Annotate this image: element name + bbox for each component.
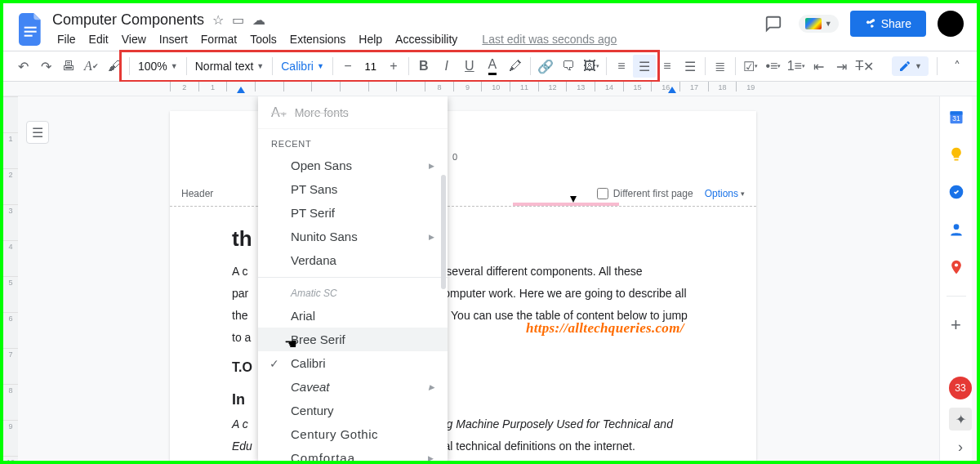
tasks-icon[interactable]	[947, 183, 965, 201]
insert-image-button[interactable]: 🖼▾	[580, 55, 603, 78]
meet-button[interactable]: ▼	[799, 15, 839, 33]
decrease-indent-button[interactable]: ⇤	[808, 55, 831, 78]
increase-font-button[interactable]: +	[382, 55, 405, 78]
font-item-open-sans[interactable]: Open Sans▶	[258, 154, 448, 177]
chevron-down-icon: ▼	[825, 20, 832, 28]
font-item-caveat[interactable]: Caveat▶	[258, 375, 448, 399]
insert-link-button[interactable]: 🔗	[534, 55, 557, 78]
menu-view[interactable]: View	[117, 31, 151, 47]
menu-accessibility[interactable]: Accessibility	[390, 31, 462, 47]
toolbar: ↶ ↷ 🖶 A✔ 🖌 100%▼ Normal text▼ Calibri▼ −…	[3, 51, 977, 82]
align-justify-button[interactable]: ☰	[679, 55, 702, 78]
font-item-pt-serif[interactable]: PT Serif	[258, 201, 448, 225]
svg-rect-2	[24, 35, 33, 37]
svg-point-8	[954, 263, 957, 266]
svg-text:31: 31	[952, 114, 960, 123]
explore-button[interactable]: ✦	[949, 408, 972, 431]
collapse-toolbar-button[interactable]: ˄	[946, 55, 969, 78]
menu-format[interactable]: Format	[196, 31, 242, 47]
menu-edit[interactable]: Edit	[84, 31, 114, 47]
zoom-select[interactable]: 100%▼	[133, 56, 183, 76]
editing-mode-button[interactable]: ▼	[892, 56, 929, 76]
document-canvas: 1 2 3 4 5 6 7 8 9 10 ☰ 0 Header Differen…	[3, 96, 977, 461]
menu-insert[interactable]: Insert	[154, 31, 193, 47]
font-item-comfortaa[interactable]: Comfortaa▶	[258, 446, 448, 461]
font-size-control: − 11 +	[336, 55, 405, 78]
header-options-button[interactable]: Options ▾	[705, 188, 745, 199]
comment-history-icon[interactable]	[760, 10, 787, 38]
cloud-status-icon[interactable]: ☁	[252, 12, 265, 28]
dropdown-scrollbar[interactable]	[441, 175, 446, 289]
align-right-button[interactable]: ≡	[656, 55, 679, 78]
account-avatar[interactable]	[938, 11, 964, 37]
menu-help[interactable]: Help	[354, 31, 387, 47]
share-label: Share	[881, 17, 911, 30]
font-item-amatic-sc[interactable]: Amatic SC	[258, 283, 448, 304]
highlight-color-button[interactable]: 🖍	[504, 55, 527, 78]
redo-button[interactable]: ↷	[34, 55, 57, 78]
font-family-dropdown[interactable]: A₊ More fonts RECENT Open Sans▶ PT Sans …	[258, 96, 448, 461]
notification-badge[interactable]: 33	[949, 377, 972, 399]
hide-sidepanel-button[interactable]: ›	[958, 439, 963, 456]
clear-formatting-button[interactable]: T✕	[853, 55, 876, 78]
checkmark-icon: ✓	[270, 357, 279, 370]
share-button[interactable]: Share	[850, 11, 926, 37]
bold-button[interactable]: B	[412, 55, 435, 78]
contacts-icon[interactable]	[947, 221, 965, 239]
undo-button[interactable]: ↶	[11, 55, 34, 78]
checklist-button[interactable]: ☑▾	[739, 55, 762, 78]
font-item-century[interactable]: Century	[258, 399, 448, 422]
font-item-verdana[interactable]: Verdana	[258, 248, 448, 272]
calendar-icon[interactable]: 31	[947, 108, 965, 126]
get-addons-button[interactable]: +	[947, 316, 965, 334]
star-icon[interactable]: ☆	[212, 12, 224, 28]
align-left-button[interactable]: ≡	[610, 55, 633, 78]
font-item-calibri[interactable]: ✓Calibri	[258, 351, 448, 375]
spellcheck-button[interactable]: A✔	[80, 55, 103, 78]
font-family-select[interactable]: Calibri▼	[276, 56, 329, 76]
header-tab-marker	[570, 196, 577, 203]
line-spacing-button[interactable]: ≣	[709, 55, 732, 78]
add-comment-button[interactable]: 🗨	[557, 55, 580, 78]
underline-button[interactable]: U	[458, 55, 481, 78]
decrease-font-button[interactable]: −	[336, 55, 359, 78]
keep-icon[interactable]	[947, 145, 965, 163]
different-first-page-checkbox[interactable]: Different first page	[597, 188, 693, 199]
move-icon[interactable]: ▭	[232, 12, 244, 28]
menu-file[interactable]: File	[52, 31, 81, 47]
mouse-cursor-icon: ☚	[284, 335, 297, 353]
docs-icon[interactable]	[16, 10, 46, 49]
font-item-nunito-sans[interactable]: Nunito Sans▶	[258, 225, 448, 248]
numbered-list-button[interactable]: 1≡▾	[785, 55, 808, 78]
more-fonts-item[interactable]: A₊ More fonts	[258, 96, 448, 129]
watermark-text: https://alltechqueries.com/	[526, 320, 684, 337]
ruler-right-indent[interactable]	[668, 87, 676, 93]
last-edit-status[interactable]: Last edit was seconds ago	[477, 31, 621, 47]
horizontal-ruler[interactable]: 2 1 8 9 10 11 12 13 14 15 16 17 18 19	[3, 82, 977, 96]
menu-extensions[interactable]: Extensions	[285, 31, 350, 47]
maps-icon[interactable]	[947, 258, 965, 276]
menu-tools[interactable]: Tools	[245, 31, 282, 47]
paragraph-style-select[interactable]: Normal text▼	[190, 56, 270, 76]
ruler-first-line-indent[interactable]	[237, 87, 245, 93]
font-size-value[interactable]: 11	[359, 60, 382, 73]
increase-indent-button[interactable]: ⇥	[831, 55, 853, 78]
text-color-button[interactable]: A	[481, 55, 504, 78]
svg-point-7	[953, 224, 959, 230]
print-button[interactable]: 🖶	[57, 55, 80, 78]
italic-button[interactable]: I	[435, 55, 458, 78]
align-center-button[interactable]: ☰	[633, 55, 656, 78]
vertical-ruler[interactable]: 1 2 3 4 5 6 7 8 9 10	[3, 96, 18, 461]
bulleted-list-button[interactable]: •≡▾	[762, 55, 785, 78]
svg-rect-1	[24, 31, 37, 33]
font-item-arial[interactable]: Arial	[258, 304, 448, 328]
show-outline-button[interactable]: ☰	[26, 121, 49, 144]
paint-format-button[interactable]: 🖌	[103, 55, 126, 78]
margin-indicator: 0	[452, 152, 457, 162]
titlebar: Computer Components ☆ ▭ ☁ File Edit View…	[3, 3, 977, 51]
document-title[interactable]: Computer Components	[52, 11, 204, 29]
meet-icon	[805, 18, 822, 29]
font-item-pt-sans[interactable]: PT Sans	[258, 177, 448, 201]
font-item-century-gothic[interactable]: Century Gothic	[258, 422, 448, 446]
recent-fonts-label: RECENT	[258, 129, 448, 154]
